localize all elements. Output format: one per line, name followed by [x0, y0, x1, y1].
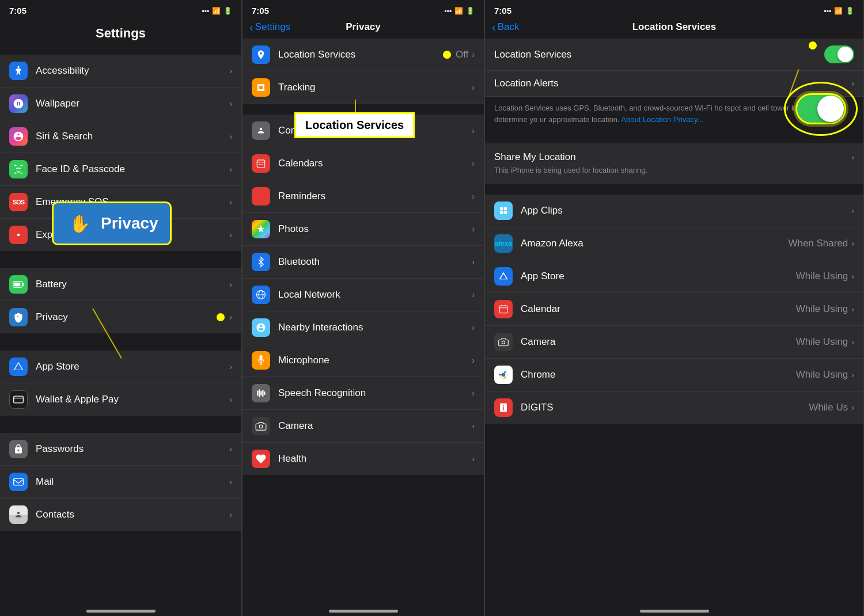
- photos-icon: [252, 220, 270, 238]
- appclips-icon: [494, 201, 513, 220]
- reminders-chevron: ›: [472, 192, 475, 201]
- svg-point-18: [260, 164, 262, 165]
- share-location-desc: This iPhone is being used for location s…: [494, 165, 647, 176]
- settings-item-camera2[interactable]: Camera ›: [242, 410, 484, 443]
- privacy-popup-label: Privacy: [101, 214, 158, 233]
- settings-item-location[interactable]: Location Services Off ›: [242, 39, 484, 71]
- emergency-chevron: ›: [229, 197, 232, 207]
- battery-icon-item: [9, 275, 28, 294]
- svg-point-0: [17, 66, 19, 68]
- appstore2-value: While Using: [796, 271, 848, 282]
- chrome-icon: [494, 366, 513, 384]
- camera2-icon: [252, 417, 270, 435]
- settings-item-photos[interactable]: Photos ›: [242, 213, 484, 246]
- app-clips-row[interactable]: App Clips ›: [485, 195, 863, 227]
- camera3-row[interactable]: Camera While Using ›: [485, 326, 863, 359]
- settings-item-wallpaper[interactable]: Wallpaper ›: [0, 88, 241, 120]
- settings-item-speech[interactable]: Speech Recognition ›: [242, 377, 484, 410]
- tracking-label: Tracking: [278, 82, 472, 93]
- large-toggle-overlay: [795, 93, 846, 124]
- passwords-chevron: ›: [229, 444, 232, 454]
- large-toggle: [795, 93, 846, 124]
- settings-item-mail[interactable]: Mail ›: [0, 466, 241, 499]
- chrome-chevron: ›: [851, 370, 854, 379]
- appstore-label: App Store: [36, 361, 229, 372]
- localnetwork-label: Local Network: [278, 289, 472, 301]
- location-toggle-row[interactable]: Location Services: [485, 39, 863, 71]
- settings-item-wallet[interactable]: Wallet & Apple Pay ›: [0, 383, 241, 416]
- settings-item-passwords[interactable]: Passwords ›: [0, 433, 241, 466]
- share-location-inner: Share My Location ›: [494, 151, 854, 163]
- photos-label: Photos: [278, 223, 472, 235]
- wallet-icon: [9, 390, 28, 409]
- settings-item-tracking[interactable]: Tracking ›: [242, 71, 484, 104]
- camera3-label: Camera: [521, 336, 796, 348]
- nearby-icon: [252, 318, 270, 337]
- signal-icon-2: ▪▪▪: [444, 7, 452, 15]
- svg-point-40: [502, 373, 505, 377]
- privacy-hand-icon: ✋: [65, 209, 94, 238]
- location-privacy-link[interactable]: About Location Privacy...: [621, 115, 703, 124]
- location-chevron: ›: [472, 50, 475, 59]
- back-button-3[interactable]: ‹ Back: [492, 21, 519, 33]
- wallpaper-chevron: ›: [229, 99, 232, 108]
- battery-icon-3: 🔋: [846, 7, 854, 15]
- microphone-chevron: ›: [472, 356, 475, 365]
- panel3-header: ‹ Back Location Services: [485, 19, 863, 39]
- settings-item-contacts[interactable]: Contacts ›: [0, 499, 241, 531]
- calendar-row[interactable]: Calendar While Using ›: [485, 293, 863, 326]
- calendars-icon: [252, 154, 270, 173]
- alexa-row[interactable]: alexa Amazon Alexa When Shared ›: [485, 227, 863, 260]
- svg-point-17: [259, 164, 260, 165]
- battery-label: Battery: [36, 279, 229, 290]
- settings-item-bluetooth[interactable]: Bluetooth ›: [242, 246, 484, 279]
- appstore2-row[interactable]: App Store While Using ›: [485, 260, 863, 293]
- digits-value: While Us: [809, 402, 848, 413]
- location-icon: [252, 45, 270, 64]
- settings-item-accessibility[interactable]: Accessibility ›: [0, 55, 241, 88]
- alexa-chevron: ›: [851, 239, 854, 248]
- group4: Passwords › Mail › Contacts ›: [0, 433, 241, 531]
- settings-back-button[interactable]: ‹ Settings: [249, 21, 290, 33]
- location-alerts-chevron: ›: [851, 79, 854, 88]
- microphone-label: Microphone: [278, 355, 472, 366]
- separator-gap-2: [0, 334, 241, 351]
- digits-row[interactable]: DIGITS While Us ›: [485, 391, 863, 424]
- settings-item-battery[interactable]: Battery ›: [0, 268, 241, 301]
- settings-item-siri[interactable]: Siri & Search ›: [0, 120, 241, 153]
- signal-icon: ▪▪▪: [202, 7, 209, 15]
- settings-item-privacy[interactable]: Privacy ›: [0, 301, 241, 333]
- settings-item-microphone[interactable]: Microphone ›: [242, 344, 484, 377]
- home-bar-3: [640, 610, 709, 613]
- settings-item-faceid[interactable]: Face ID & Passcode ›: [0, 153, 241, 186]
- svg-point-14: [17, 512, 20, 515]
- settings-item-reminders[interactable]: Reminders ›: [242, 180, 484, 213]
- wallpaper-label: Wallpaper: [36, 98, 229, 109]
- speech-icon: [252, 384, 270, 402]
- bottom-indicator-2: [242, 600, 484, 616]
- settings-item-nearby[interactable]: Nearby Interactions ›: [242, 311, 484, 344]
- chrome-value: While Using: [796, 369, 848, 381]
- chrome-row[interactable]: Chrome While Using ›: [485, 359, 863, 391]
- camera3-icon: [494, 333, 513, 351]
- status-icons-3: ▪▪▪ 📶 🔋: [824, 7, 854, 15]
- share-location-row[interactable]: Share My Location › This iPhone is being…: [485, 143, 863, 184]
- emergency-icon: SOS: [9, 193, 28, 211]
- mail-label: Mail: [36, 476, 229, 488]
- location-toggle[interactable]: [824, 45, 854, 63]
- svg-point-37: [502, 341, 505, 344]
- settings-list-3: Location Services Location Alerts › Loca…: [485, 39, 863, 600]
- settings-item-calendars[interactable]: Calendars ›: [242, 147, 484, 180]
- calendar-value: While Using: [796, 303, 848, 315]
- sep3-2: [485, 184, 863, 195]
- panel1-header: Settings: [0, 19, 241, 55]
- settings-item-health[interactable]: Health ›: [242, 443, 484, 475]
- calendar-label: Calendar: [521, 303, 796, 315]
- back-label-2: Settings: [255, 21, 290, 33]
- appstore2-chevron: ›: [851, 272, 854, 281]
- accessibility-chevron: ›: [229, 66, 232, 75]
- settings-item-localnetwork[interactable]: Local Network ›: [242, 279, 484, 311]
- svg-rect-28: [260, 391, 262, 396]
- bottom-indicator-1: [0, 600, 241, 616]
- siri-chevron: ›: [229, 132, 232, 141]
